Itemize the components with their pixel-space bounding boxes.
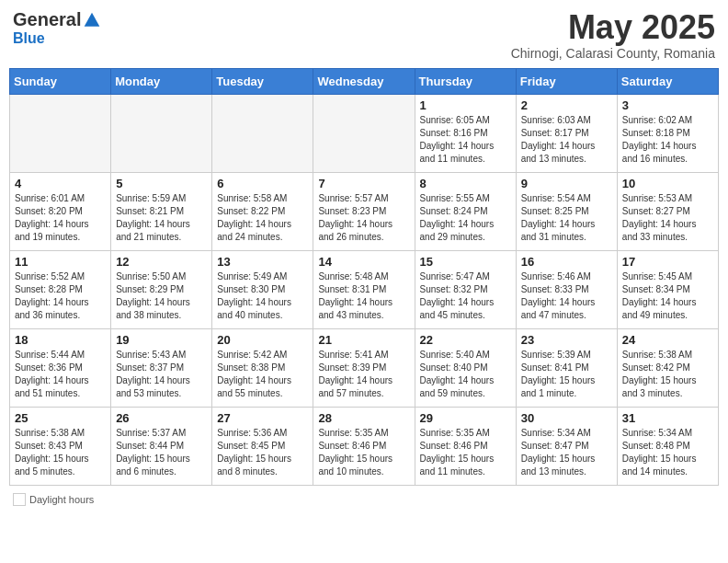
logo-icon	[83, 11, 101, 29]
legend: Daylight hours	[9, 493, 719, 508]
day-info: Sunrise: 5:38 AM Sunset: 8:43 PM Dayligh…	[15, 427, 106, 478]
calendar-cell	[313, 94, 415, 172]
day-number: 29	[420, 411, 511, 425]
calendar-cell: 2Sunrise: 6:03 AM Sunset: 8:17 PM Daylig…	[516, 94, 617, 172]
day-info: Sunrise: 5:43 AM Sunset: 8:37 PM Dayligh…	[116, 349, 207, 400]
day-number: 26	[116, 411, 207, 425]
calendar-cell: 16Sunrise: 5:46 AM Sunset: 8:33 PM Dayli…	[516, 250, 617, 328]
day-number: 20	[217, 333, 308, 347]
calendar-cell: 17Sunrise: 5:45 AM Sunset: 8:34 PM Dayli…	[617, 250, 718, 328]
day-number: 24	[622, 333, 713, 347]
calendar-cell: 11Sunrise: 5:52 AM Sunset: 8:28 PM Dayli…	[10, 250, 111, 328]
svg-marker-0	[85, 12, 100, 26]
calendar-cell: 10Sunrise: 5:53 AM Sunset: 8:27 PM Dayli…	[617, 172, 718, 250]
calendar-cell: 12Sunrise: 5:50 AM Sunset: 8:29 PM Dayli…	[111, 250, 212, 328]
calendar-cell: 7Sunrise: 5:57 AM Sunset: 8:23 PM Daylig…	[313, 172, 415, 250]
day-info: Sunrise: 6:02 AM Sunset: 8:18 PM Dayligh…	[622, 114, 713, 166]
day-number: 30	[521, 411, 612, 425]
calendar-week-row: 25Sunrise: 5:38 AM Sunset: 8:43 PM Dayli…	[10, 407, 719, 485]
calendar-cell	[10, 94, 111, 172]
calendar-cell: 13Sunrise: 5:49 AM Sunset: 8:30 PM Dayli…	[212, 250, 313, 328]
day-number: 6	[217, 177, 308, 190]
calendar-week-row: 11Sunrise: 5:52 AM Sunset: 8:28 PM Dayli…	[10, 250, 719, 328]
day-info: Sunrise: 5:40 AM Sunset: 8:40 PM Dayligh…	[420, 349, 511, 400]
calendar-header-row: SundayMondayTuesdayWednesdayThursdayFrid…	[10, 68, 719, 94]
day-number: 9	[521, 177, 612, 190]
day-info: Sunrise: 5:46 AM Sunset: 8:33 PM Dayligh…	[521, 270, 612, 322]
day-info: Sunrise: 5:45 AM Sunset: 8:34 PM Dayligh…	[622, 270, 713, 322]
calendar-cell: 29Sunrise: 5:35 AM Sunset: 8:46 PM Dayli…	[415, 407, 516, 485]
daylight-legend-item: Daylight hours	[13, 493, 94, 506]
day-info: Sunrise: 5:58 AM Sunset: 8:22 PM Dayligh…	[217, 192, 308, 244]
day-number: 17	[622, 255, 713, 269]
day-info: Sunrise: 5:59 AM Sunset: 8:21 PM Dayligh…	[116, 192, 207, 244]
calendar-cell: 23Sunrise: 5:39 AM Sunset: 8:41 PM Dayli…	[516, 328, 617, 407]
day-info: Sunrise: 5:50 AM Sunset: 8:29 PM Dayligh…	[116, 270, 207, 322]
day-number: 19	[116, 333, 207, 347]
daylight-legend-label: Daylight hours	[29, 494, 94, 505]
day-info: Sunrise: 5:35 AM Sunset: 8:46 PM Dayligh…	[420, 427, 511, 478]
calendar-cell: 24Sunrise: 5:38 AM Sunset: 8:42 PM Dayli…	[617, 328, 718, 407]
day-info: Sunrise: 5:44 AM Sunset: 8:36 PM Dayligh…	[15, 349, 106, 400]
calendar-cell: 26Sunrise: 5:37 AM Sunset: 8:44 PM Dayli…	[111, 407, 212, 485]
calendar-table: SundayMondayTuesdayWednesdayThursdayFrid…	[9, 68, 719, 486]
day-number: 13	[217, 255, 308, 269]
logo-blue-text: Blue	[13, 30, 45, 46]
page-header: General Blue May 2025 Chirnogi, Calarasi…	[9, 9, 719, 61]
calendar-cell: 15Sunrise: 5:47 AM Sunset: 8:32 PM Dayli…	[415, 250, 516, 328]
calendar-cell: 21Sunrise: 5:41 AM Sunset: 8:39 PM Dayli…	[313, 328, 415, 407]
day-info: Sunrise: 5:52 AM Sunset: 8:28 PM Dayligh…	[15, 270, 106, 322]
month-title: May 2025	[511, 9, 715, 46]
day-info: Sunrise: 5:35 AM Sunset: 8:46 PM Dayligh…	[318, 427, 409, 478]
day-info: Sunrise: 5:53 AM Sunset: 8:27 PM Dayligh…	[622, 192, 713, 244]
calendar-cell: 28Sunrise: 5:35 AM Sunset: 8:46 PM Dayli…	[313, 407, 415, 485]
calendar-cell: 3Sunrise: 6:02 AM Sunset: 8:18 PM Daylig…	[617, 94, 718, 172]
day-info: Sunrise: 5:41 AM Sunset: 8:39 PM Dayligh…	[318, 349, 409, 400]
calendar-cell: 9Sunrise: 5:54 AM Sunset: 8:25 PM Daylig…	[516, 172, 617, 250]
day-number: 4	[15, 177, 106, 190]
day-number: 2	[521, 98, 612, 112]
calendar-cell	[212, 94, 313, 172]
day-info: Sunrise: 5:42 AM Sunset: 8:38 PM Dayligh…	[217, 349, 308, 400]
day-number: 3	[622, 98, 713, 112]
calendar-cell: 18Sunrise: 5:44 AM Sunset: 8:36 PM Dayli…	[10, 328, 111, 407]
day-number: 21	[318, 333, 409, 347]
calendar-week-row: 1Sunrise: 6:05 AM Sunset: 8:16 PM Daylig…	[10, 94, 719, 172]
day-number: 8	[420, 177, 511, 190]
calendar-cell: 4Sunrise: 6:01 AM Sunset: 8:20 PM Daylig…	[10, 172, 111, 250]
calendar-cell: 14Sunrise: 5:48 AM Sunset: 8:31 PM Dayli…	[313, 250, 415, 328]
calendar-cell: 20Sunrise: 5:42 AM Sunset: 8:38 PM Dayli…	[212, 328, 313, 407]
day-header-saturday: Saturday	[617, 68, 718, 94]
day-number: 10	[622, 177, 713, 190]
day-info: Sunrise: 5:47 AM Sunset: 8:32 PM Dayligh…	[420, 270, 511, 322]
day-number: 22	[420, 333, 511, 347]
day-number: 12	[116, 255, 207, 269]
day-info: Sunrise: 5:57 AM Sunset: 8:23 PM Dayligh…	[318, 192, 409, 244]
day-info: Sunrise: 6:05 AM Sunset: 8:16 PM Dayligh…	[420, 114, 511, 166]
day-header-thursday: Thursday	[415, 68, 516, 94]
day-info: Sunrise: 5:55 AM Sunset: 8:24 PM Dayligh…	[420, 192, 511, 244]
day-header-monday: Monday	[111, 68, 212, 94]
day-info: Sunrise: 5:49 AM Sunset: 8:30 PM Dayligh…	[217, 270, 308, 322]
day-info: Sunrise: 5:34 AM Sunset: 8:48 PM Dayligh…	[622, 427, 713, 478]
calendar-cell: 22Sunrise: 5:40 AM Sunset: 8:40 PM Dayli…	[415, 328, 516, 407]
logo-general-text: General	[13, 9, 81, 30]
day-info: Sunrise: 5:36 AM Sunset: 8:45 PM Dayligh…	[217, 427, 308, 478]
calendar-cell: 1Sunrise: 6:05 AM Sunset: 8:16 PM Daylig…	[415, 94, 516, 172]
day-info: Sunrise: 5:37 AM Sunset: 8:44 PM Dayligh…	[116, 427, 207, 478]
day-header-friday: Friday	[516, 68, 617, 94]
day-number: 28	[318, 411, 409, 425]
calendar-cell: 19Sunrise: 5:43 AM Sunset: 8:37 PM Dayli…	[111, 328, 212, 407]
calendar-cell: 5Sunrise: 5:59 AM Sunset: 8:21 PM Daylig…	[111, 172, 212, 250]
day-info: Sunrise: 5:38 AM Sunset: 8:42 PM Dayligh…	[622, 349, 713, 400]
day-header-sunday: Sunday	[10, 68, 111, 94]
day-number: 31	[622, 411, 713, 425]
day-number: 25	[15, 411, 106, 425]
calendar-cell: 6Sunrise: 5:58 AM Sunset: 8:22 PM Daylig…	[212, 172, 313, 250]
day-number: 11	[15, 255, 106, 269]
day-number: 15	[420, 255, 511, 269]
day-info: Sunrise: 6:03 AM Sunset: 8:17 PM Dayligh…	[521, 114, 612, 166]
calendar-week-row: 18Sunrise: 5:44 AM Sunset: 8:36 PM Dayli…	[10, 328, 719, 407]
day-number: 7	[318, 177, 409, 190]
day-number: 14	[318, 255, 409, 269]
